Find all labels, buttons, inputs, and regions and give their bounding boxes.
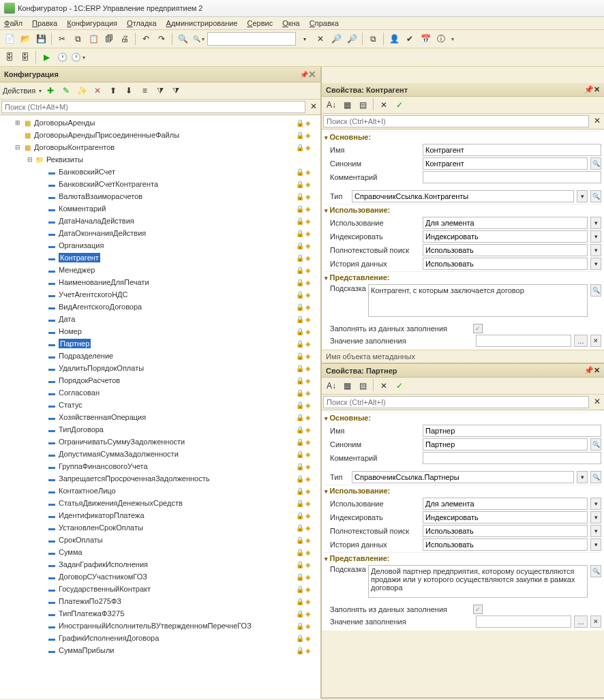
tree-item[interactable]: ▬БанковскийСчетКонтрагента🔒◈ <box>0 178 320 190</box>
expand-icon[interactable]: ▤ <box>356 98 369 112</box>
lookup-icon[interactable]: 🔍 <box>590 157 601 170</box>
tree-item[interactable]: ⊞▦ДоговорыАренды🔒◈ <box>0 117 320 129</box>
input-type[interactable] <box>352 190 574 202</box>
input-fulltext2[interactable] <box>423 525 588 537</box>
history-dropdown2-icon[interactable]: ▾ <box>590 538 601 551</box>
tree-item[interactable]: ▬НаименованиеДляПечати🔒◈ <box>0 276 320 288</box>
redo-icon[interactable]: ↷ <box>155 32 168 46</box>
tree-item[interactable]: ▬ДопустимаяСуммаЗадолженности🔒◈ <box>0 448 320 460</box>
props1-close-icon[interactable]: ✕ <box>594 85 600 94</box>
tree-item[interactable]: ▬ОграничиватьСуммуЗадолженности🔒◈ <box>0 436 320 448</box>
new-icon[interactable]: 📄 <box>3 32 16 46</box>
panel-pin-icon[interactable]: 📌 <box>300 71 308 78</box>
props1-pin-icon[interactable]: 📌 <box>584 85 594 94</box>
fillval-clear-icon[interactable]: ✕ <box>590 335 601 347</box>
help-icon[interactable]: ⓘ <box>434 32 448 46</box>
clear-prop-icon[interactable]: ✕ <box>377 98 391 112</box>
menu-windows[interactable]: Окна <box>282 19 300 27</box>
input-usage[interactable] <box>423 217 588 229</box>
expand2-icon[interactable]: ▤ <box>356 379 369 393</box>
tree-item[interactable]: ▦ДоговорыАрендыПрисоединенныеФайлы🔒◈ <box>0 129 320 141</box>
type-lookup2-icon[interactable]: 🔍 <box>590 471 601 483</box>
input-index[interactable] <box>423 230 588 243</box>
apply2-icon[interactable]: ✓ <box>393 379 406 393</box>
search-input[interactable] <box>207 32 296 46</box>
tree-item[interactable]: ▬Контрагент🔒◈ <box>0 252 320 264</box>
debug-step-icon[interactable]: 🕐▾ <box>71 50 85 64</box>
hint-lookup2-icon[interactable]: 🔍 <box>590 565 601 577</box>
props1-search-clear-icon[interactable]: ✕ <box>590 114 604 127</box>
tree-search-clear-icon[interactable]: ✕ <box>307 100 320 113</box>
tree-item[interactable]: ▬Организация🔒◈ <box>0 239 320 252</box>
tree-item[interactable]: ▬ПлатежиПо275ФЗ🔒◈ <box>0 595 320 607</box>
fillval-dots-icon[interactable]: … <box>574 335 588 347</box>
input-usage2[interactable] <box>423 498 588 510</box>
categorize-icon[interactable]: ▦ <box>340 98 354 112</box>
props2-search-input[interactable] <box>323 396 589 408</box>
props2-pin-icon[interactable]: 📌 <box>584 366 594 375</box>
menu-file[interactable]: Файл <box>4 19 22 27</box>
fillval-clear2-icon[interactable]: ✕ <box>590 615 601 628</box>
menu-debug[interactable]: Отладка <box>127 19 157 27</box>
tree-item[interactable]: ▬ГосударственныйКонтракт🔒◈ <box>0 583 320 595</box>
undo-icon[interactable]: ↶ <box>139 32 153 46</box>
input-index2[interactable] <box>423 511 588 523</box>
tree-item[interactable]: ▬Менеджер🔒◈ <box>0 264 320 276</box>
add-icon[interactable]: ✚ <box>44 84 57 97</box>
input-comment2[interactable] <box>423 452 601 464</box>
actions-button[interactable]: Действия <box>3 87 35 95</box>
input-fillval[interactable] <box>476 335 571 347</box>
input-synonym2[interactable] <box>423 438 588 451</box>
tree-item[interactable]: ▬ДатаНачалаДействия🔒◈ <box>0 215 320 227</box>
index-dropdown2-icon[interactable]: ▾ <box>590 511 601 523</box>
tree-item[interactable]: ▬ГруппаФинансовогоУчета🔒◈ <box>0 460 320 472</box>
up-icon[interactable]: ⬆ <box>106 84 120 97</box>
menu-help[interactable]: Справка <box>309 19 339 27</box>
actions-dropdown-icon[interactable]: ▾ <box>39 88 42 94</box>
delete-icon[interactable]: ✕ <box>91 84 104 97</box>
menu-config[interactable]: Конфигурация <box>67 19 117 27</box>
compare-icon[interactable]: 🗐 <box>102 32 116 46</box>
section-main2[interactable]: Основные: <box>324 412 601 423</box>
tree-item[interactable]: ▬УдалитьПорядокОплаты🔒◈ <box>0 362 320 374</box>
syntax-icon[interactable]: 👤 <box>387 32 401 46</box>
tree-item[interactable]: ▬Статус🔒◈ <box>0 399 320 411</box>
sort-icon[interactable]: ≡ <box>138 84 151 97</box>
tree-search-input[interactable] <box>1 101 305 113</box>
print-icon[interactable]: 🖨 <box>118 32 132 46</box>
tree-item[interactable]: ▬Комментарий🔒◈ <box>0 202 320 215</box>
next-icon[interactable]: 🔎 <box>329 32 343 46</box>
tree-item[interactable]: ▬Сумма🔒◈ <box>0 546 320 558</box>
db-config-icon[interactable]: 🗄 <box>18 50 32 64</box>
input-comment[interactable] <box>423 171 601 183</box>
expand-icon[interactable]: ⊟ <box>14 144 22 151</box>
tree-item[interactable]: ▬УстановленСрокОплаты🔒◈ <box>0 521 320 534</box>
save-icon[interactable]: 💾 <box>34 32 48 46</box>
usage-dropdown2-icon[interactable]: ▾ <box>590 498 601 510</box>
tree-item[interactable]: ▬Дата🔒◈ <box>0 313 320 325</box>
fulltext-dropdown-icon[interactable]: ▾ <box>590 244 601 256</box>
db-icon[interactable]: 🗄 <box>3 50 16 64</box>
tree-item[interactable]: ▬СрокОплаты🔒◈ <box>0 534 320 546</box>
props2-close-icon[interactable]: ✕ <box>594 366 600 375</box>
dropdown-icon[interactable]: ▾ <box>298 32 312 46</box>
type-lookup-icon[interactable]: 🔍 <box>590 190 601 202</box>
tree-item[interactable]: ▬ДатаОкончанияДействия🔒◈ <box>0 227 320 239</box>
section-usage2[interactable]: Использование: <box>324 485 601 496</box>
tree-item[interactable]: ▬ПорядокРасчетов🔒◈ <box>0 374 320 386</box>
config-tree[interactable]: ⊞▦ДоговорыАренды🔒◈▦ДоговорыАрендыПрисоед… <box>0 115 320 699</box>
clear-search-icon[interactable]: ✕ <box>314 32 327 46</box>
input-type2[interactable] <box>352 471 574 483</box>
edit-icon[interactable]: ✎ <box>59 84 73 97</box>
tree-item[interactable]: ▬ГрафикИсполненияДоговора🔒◈ <box>0 632 320 644</box>
expand-icon[interactable]: ⊟ <box>26 156 34 163</box>
fillval-dots2-icon[interactable]: … <box>574 615 588 628</box>
tree-item[interactable]: ▬Номер🔒◈ <box>0 325 320 337</box>
menu-service[interactable]: Сервис <box>247 19 273 27</box>
calendar-icon[interactable]: 📅 <box>419 32 432 46</box>
sort-alpha2-icon[interactable]: A↓ <box>324 379 338 393</box>
input-history2[interactable] <box>423 538 588 551</box>
input-name2[interactable] <box>423 425 601 437</box>
type-dropdown-icon[interactable]: ▾ <box>577 190 588 202</box>
apply-icon[interactable]: ✓ <box>393 98 406 112</box>
